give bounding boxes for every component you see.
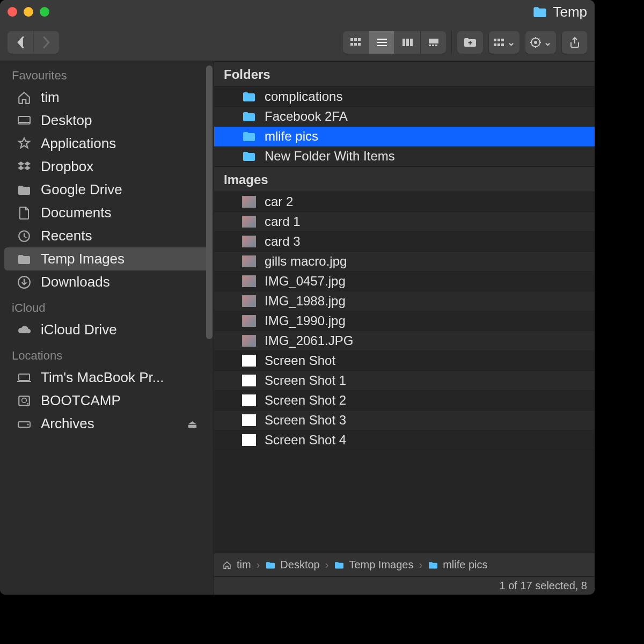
file-row[interactable]: IMG_0457.jpg: [214, 272, 595, 291]
image-thumbnail-icon: [242, 196, 256, 208]
nav-group: [8, 31, 59, 54]
zoom-window-button[interactable]: [40, 7, 49, 17]
eject-icon[interactable]: ⏏: [187, 418, 197, 430]
svg-marker-34: [18, 162, 24, 166]
file-row[interactable]: Screen Shot 3: [214, 411, 595, 430]
list-view-button[interactable]: [369, 31, 394, 54]
folder-icon: [16, 182, 32, 198]
file-row[interactable]: IMG_2061.JPG: [214, 331, 595, 351]
sidebar-section-header: iCloud: [0, 294, 214, 318]
chevron-down-icon: ⌄: [507, 36, 515, 48]
sidebar-item-label: iCloud Drive: [41, 321, 117, 338]
action-menu-button[interactable]: ⌄: [525, 31, 556, 54]
cloud-icon: [16, 322, 32, 338]
sidebar-item[interactable]: Desktop: [4, 109, 209, 132]
traffic-lights: [8, 7, 49, 17]
svg-rect-9: [402, 39, 405, 46]
svg-rect-2: [358, 38, 361, 41]
column-view-button[interactable]: [394, 31, 420, 54]
document-icon: [242, 355, 256, 367]
folder-icon: [242, 130, 256, 142]
minimize-window-button[interactable]: [24, 7, 33, 17]
file-row[interactable]: Screen Shot 2: [214, 391, 595, 411]
sidebar-item-label: Archives: [41, 415, 94, 432]
breadcrumb-separator: ›: [257, 559, 260, 571]
image-thumbnail-icon: [242, 315, 256, 327]
sidebar-item-label: Desktop: [41, 112, 92, 129]
breadcrumb-item[interactable]: Desktop: [265, 559, 319, 571]
svg-line-30: [532, 45, 533, 46]
file-name: card 1: [265, 214, 301, 229]
file-row[interactable]: complications: [214, 87, 595, 107]
svg-point-43: [22, 398, 27, 402]
share-button[interactable]: [561, 31, 587, 54]
breadcrumb-item[interactable]: tim: [222, 559, 251, 571]
file-row[interactable]: IMG_1990.jpg: [214, 311, 595, 331]
sidebar-item[interactable]: Tim's MacBook Pr...: [4, 366, 209, 389]
file-name: car 2: [265, 194, 293, 209]
close-window-button[interactable]: [8, 7, 17, 17]
svg-rect-3: [350, 43, 353, 46]
sidebar-item[interactable]: iCloud Drive: [4, 318, 209, 341]
window-title: Temp: [553, 4, 587, 20]
svg-rect-40: [19, 374, 30, 380]
group-by-button[interactable]: ⌄: [488, 31, 519, 54]
sidebar-item[interactable]: tim: [4, 86, 209, 109]
sidebar-item[interactable]: Dropbox: [4, 155, 209, 178]
file-row[interactable]: Screen Shot: [214, 351, 595, 371]
forward-button[interactable]: [33, 31, 59, 54]
file-name: Facebook 2FA: [265, 109, 348, 124]
gallery-view-button[interactable]: [420, 31, 446, 54]
view-switcher: [343, 31, 446, 54]
new-folder-button[interactable]: [457, 31, 483, 54]
sidebar[interactable]: FavouritestimDesktopApplicationsDropboxG…: [0, 61, 214, 595]
file-list[interactable]: FolderscomplicationsFacebook 2FAmlife pi…: [214, 61, 595, 553]
document-icon: [242, 394, 256, 406]
applications-icon: [16, 136, 32, 152]
sidebar-item[interactable]: Temp Images: [4, 247, 209, 270]
svg-rect-10: [406, 39, 409, 46]
group-header: Folders: [214, 61, 595, 87]
image-thumbnail-icon: [242, 255, 256, 267]
sidebar-item[interactable]: Documents: [4, 201, 209, 224]
file-name: complications: [265, 89, 342, 104]
folder-icon: [532, 6, 547, 18]
file-row[interactable]: car 2: [214, 192, 595, 212]
file-row[interactable]: gills macro.jpg: [214, 252, 595, 272]
svg-rect-19: [494, 43, 496, 46]
sidebar-item[interactable]: BOOTCAMP: [4, 389, 209, 412]
sidebar-item-label: Tim's MacBook Pr...: [41, 369, 164, 386]
file-row[interactable]: Screen Shot 4: [214, 430, 595, 450]
scrollbar[interactable]: [206, 65, 213, 339]
sidebar-item-label: Recents: [41, 228, 92, 244]
file-name: IMG_1988.jpg: [265, 294, 346, 309]
breadcrumb-item[interactable]: mlife pics: [428, 559, 487, 571]
file-row[interactable]: New Folder With Items: [214, 147, 595, 166]
file-row[interactable]: Screen Shot 1: [214, 371, 595, 391]
svg-rect-0: [350, 38, 353, 41]
file-row[interactable]: Facebook 2FA: [214, 107, 595, 127]
icon-view-button[interactable]: [343, 31, 369, 54]
sidebar-item[interactable]: Recents: [4, 224, 209, 247]
file-row[interactable]: card 3: [214, 232, 595, 252]
sidebar-item[interactable]: Applications: [4, 132, 209, 155]
titlebar: Temp: [0, 0, 595, 24]
drive-icon: [16, 416, 32, 432]
sidebar-item[interactable]: Google Drive: [4, 178, 209, 201]
sidebar-item[interactable]: Downloads: [4, 270, 209, 294]
path-bar[interactable]: tim›Desktop›Temp Images›mlife pics: [214, 553, 595, 576]
back-button[interactable]: [8, 31, 33, 54]
folder-icon: [242, 150, 256, 162]
file-row[interactable]: mlife pics: [214, 127, 595, 147]
file-name: mlife pics: [265, 129, 318, 144]
document-icon: [242, 434, 256, 446]
breadcrumb-item[interactable]: Temp Images: [334, 559, 413, 571]
documents-icon: [16, 205, 32, 221]
svg-rect-18: [501, 39, 504, 41]
sidebar-item-label: Temp Images: [41, 251, 125, 267]
status-bar: 1 of 17 selected, 8: [214, 576, 595, 595]
file-row[interactable]: IMG_1988.jpg: [214, 291, 595, 311]
sidebar-item-label: BOOTCAMP: [41, 392, 121, 409]
file-row[interactable]: card 1: [214, 212, 595, 232]
sidebar-item[interactable]: Archives⏏: [4, 412, 209, 435]
